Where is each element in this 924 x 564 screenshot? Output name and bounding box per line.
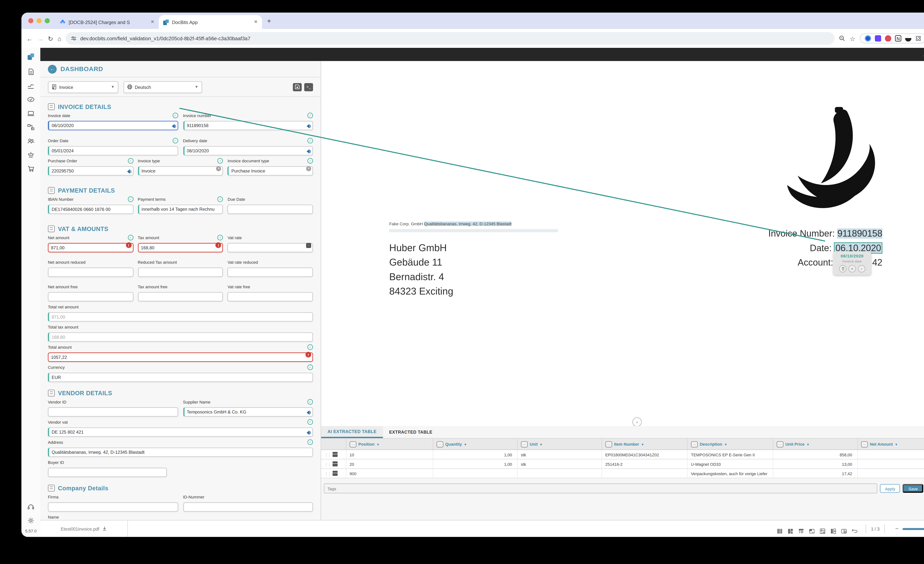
table-row[interactable]: ⋮⋮ 900 Verpackungskosten, auch für vorig… (321, 469, 924, 478)
add-row-icon[interactable] (830, 525, 837, 532)
locate-on-document-icon[interactable] (306, 427, 311, 432)
column-menu-icon[interactable]: ⋯ (350, 441, 357, 447)
add-column-icon[interactable] (788, 525, 794, 532)
close-window-icon[interactable] (28, 18, 33, 23)
due-date-input[interactable] (228, 205, 313, 214)
minimize-window-icon[interactable] (37, 18, 42, 23)
sort-caret-icon[interactable]: ▼ (724, 442, 728, 446)
tax-amount-free-input[interactable] (138, 292, 223, 301)
sort-caret-icon[interactable]: ▼ (807, 442, 810, 446)
apply-button[interactable]: Apply (880, 484, 900, 493)
column-menu-icon[interactable]: ⋯ (436, 441, 443, 447)
notifications-bell-icon[interactable] (922, 51, 924, 58)
cell-item-number[interactable]: 251416-2 (602, 459, 688, 468)
docbits-logo[interactable] (27, 53, 35, 60)
cell-quantity[interactable] (434, 469, 518, 478)
vat-rate-input[interactable] (228, 243, 313, 253)
site-settings-icon[interactable] (72, 36, 76, 41)
approval-check-icon[interactable] (27, 94, 35, 102)
table-row[interactable]: ⋮⋮ 10 1,00 stk EP01800MD341C304341Z02 TE… (321, 450, 924, 459)
doc-sender-line[interactable]: Fake Corp. GmbH Qualitätsbananas, Irrweg… (389, 221, 512, 226)
cell-unit-price[interactable]: 17,42 (773, 469, 858, 478)
cell-unit[interactable]: stk (518, 459, 602, 468)
refresh-icon[interactable]: ↻ (48, 35, 53, 42)
total-amount-input[interactable] (48, 353, 313, 362)
cell-description[interactable]: U-Magnet OD33 (688, 459, 774, 468)
table-columns-icon[interactable] (777, 525, 783, 532)
close-tab-icon[interactable]: ✕ (254, 19, 258, 25)
new-tab-icon[interactable]: + (267, 17, 271, 25)
supplier-name-input[interactable] (183, 407, 313, 417)
sort-caret-icon[interactable]: ▼ (376, 442, 380, 446)
doc-type-select[interactable]: Invoice ▼ (48, 81, 118, 93)
zoom-out-icon[interactable]: − (896, 525, 898, 532)
net-amount-free-input[interactable] (48, 292, 133, 301)
sort-caret-icon[interactable]: ▼ (540, 442, 543, 446)
purchase-order-input[interactable] (48, 166, 133, 176)
locate-on-document-icon[interactable] (306, 407, 311, 412)
forward-icon[interactable]: → (37, 35, 44, 42)
column-menu-icon[interactable]: ⋯ (521, 441, 528, 447)
buyer-id-input[interactable] (48, 468, 167, 477)
invoice-type-input[interactable] (138, 166, 223, 176)
open-file-tab[interactable]: Etest001invoice.pdf (40, 521, 128, 537)
reduced-tax-amount-input[interactable] (138, 268, 223, 277)
users-icon[interactable] (27, 136, 35, 144)
tax-amount-input[interactable] (138, 243, 223, 253)
back-icon[interactable]: ← (26, 35, 33, 42)
browser-tab-docbits[interactable]: DocBits App ✕ (159, 15, 262, 29)
save-layout-button[interactable] (293, 83, 302, 91)
net-amount-input[interactable] (48, 243, 133, 253)
notion-icon[interactable]: N (895, 35, 901, 42)
close-tab-icon[interactable]: ✕ (151, 19, 154, 25)
zoom-out-page-icon[interactable] (839, 35, 845, 42)
vendor-vat-input[interactable] (48, 427, 313, 437)
invoice-date-input[interactable] (48, 121, 178, 130)
vat-rate-free-input[interactable] (228, 292, 313, 301)
id-nummer-input[interactable] (183, 502, 313, 512)
cell-position[interactable]: 10 (346, 450, 434, 459)
delete-mapping-icon[interactable] (839, 265, 847, 272)
cell-unit-price[interactable]: 13,00 (773, 459, 858, 468)
back-button[interactable]: ← (48, 64, 57, 73)
merge-cells-icon[interactable] (809, 525, 815, 532)
cell-item-number[interactable] (602, 469, 688, 478)
invoice-number-input[interactable] (183, 121, 313, 130)
strawberry-extension-icon[interactable] (885, 35, 891, 42)
currency-input[interactable] (48, 373, 313, 382)
cell-net-amount[interactable]: 13,00 (858, 459, 924, 468)
locate-on-document-icon[interactable] (306, 145, 311, 151)
invoice-document-type-input[interactable] (228, 166, 313, 176)
iban-input[interactable] (48, 205, 133, 214)
highlighted-invoice-number[interactable]: 911890158 (837, 229, 882, 239)
zoom-slider[interactable] (902, 528, 924, 530)
onepassword-icon[interactable] (865, 35, 871, 42)
maximize-window-icon[interactable] (45, 18, 50, 23)
purchasing-icon[interactable] (27, 150, 35, 157)
calculator-icon[interactable]: ⁘ (306, 243, 311, 248)
cell-net-amount[interactable]: 858,00 (858, 450, 924, 459)
cell-description[interactable]: Verpackungskosten, auch für vorige Liefe… (688, 469, 774, 478)
home-icon[interactable]: ⌂ (57, 35, 62, 42)
tab-ai-extracted-table[interactable]: AI EXTRACTED TABLE (321, 426, 383, 438)
highlighted-address[interactable]: Qualitätsbananas, Irrweg. 42, D-12345 Bl… (424, 221, 512, 226)
undo-icon[interactable] (852, 525, 858, 532)
column-menu-icon[interactable]: ⋯ (777, 441, 783, 447)
cell-unit[interactable]: stk (518, 450, 602, 459)
cell-quantity[interactable]: 1,00 (434, 450, 518, 459)
drag-handle-icon[interactable]: ⋮⋮ (324, 471, 331, 476)
purple-extension-icon[interactable] (875, 35, 881, 42)
drag-handle-icon[interactable]: ⋮⋮ (324, 462, 331, 466)
devices-icon[interactable] (27, 108, 35, 116)
signature-icon[interactable] (27, 81, 35, 88)
cell-net-amount[interactable]: 17,42 (858, 469, 924, 478)
sort-caret-icon[interactable]: ▼ (464, 442, 467, 446)
vendor-id-input[interactable] (48, 407, 178, 417)
table-row[interactable]: ⋮⋮ 20 1,00 stk 251416-2 U-Magnet OD33 13… (321, 459, 924, 469)
settings-gear-icon[interactable] (27, 515, 35, 523)
confirm-mapping-icon[interactable]: ✓ (858, 265, 866, 272)
support-headset-icon[interactable] (27, 501, 35, 509)
sort-caret-icon[interactable]: ▼ (895, 442, 898, 446)
browser-tab-jira[interactable]: [DOCB-2524] Charges and S ✕ (56, 15, 159, 29)
vat-rate-reduced-input[interactable] (228, 268, 313, 277)
